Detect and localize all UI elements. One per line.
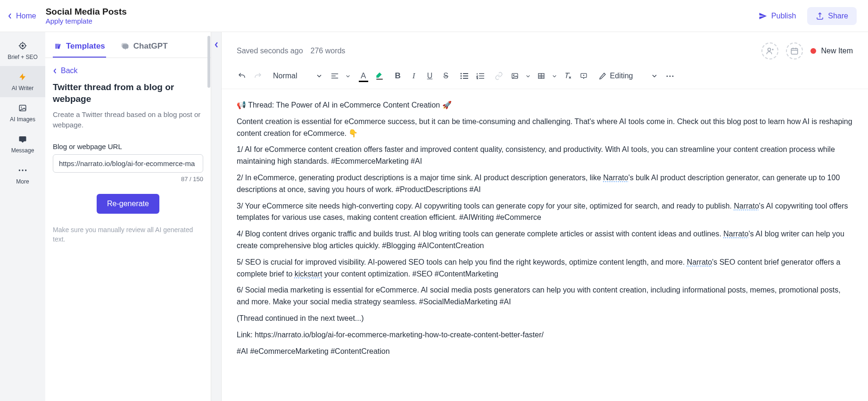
redo-button[interactable] xyxy=(251,69,265,83)
calendar-icon xyxy=(790,47,799,55)
content-paragraph: 📢 Thread: The Power of AI in eCommerce C… xyxy=(237,100,853,111)
add-collaborator-button[interactable] xyxy=(761,42,778,59)
tab-templates[interactable]: Templates xyxy=(53,38,106,58)
align-button[interactable] xyxy=(328,69,342,83)
svg-point-18 xyxy=(672,75,674,77)
home-link[interactable]: Home xyxy=(8,12,36,20)
table-icon xyxy=(537,72,546,80)
svg-point-4 xyxy=(19,169,20,171)
page-title: Social Media Posts xyxy=(46,7,744,17)
char-count: 87 / 150 xyxy=(53,175,203,183)
header-actions: Publish Share xyxy=(753,7,857,25)
undo-icon xyxy=(238,72,246,80)
underline-icon: U xyxy=(427,72,433,80)
clear-format-button[interactable] xyxy=(561,69,575,83)
content-paragraph: Content creation is essential for eComme… xyxy=(237,116,853,140)
status-dot-icon xyxy=(810,48,816,54)
chevron-left-icon xyxy=(214,42,219,48)
svg-point-16 xyxy=(667,75,668,77)
svg-point-17 xyxy=(670,75,671,77)
table-dropdown[interactable] xyxy=(550,69,559,83)
content-paragraph: (Thread continued in the next tweet...) xyxy=(237,313,853,325)
align-dropdown[interactable] xyxy=(344,69,352,83)
svg-point-1 xyxy=(22,45,23,46)
nav-ai-writer[interactable]: AI Writer xyxy=(0,66,45,97)
image-insert-button[interactable] xyxy=(508,69,522,83)
strikethrough-button[interactable]: S xyxy=(439,69,453,83)
dots-icon xyxy=(666,75,674,77)
number-list-button[interactable] xyxy=(473,69,488,83)
comment-button[interactable] xyxy=(577,69,591,83)
chevron-left-icon xyxy=(8,13,12,19)
content-paragraph: 3/ Your eCommerce site needs high-conver… xyxy=(237,200,853,224)
message-icon xyxy=(17,134,28,144)
url-input[interactable] xyxy=(53,154,203,173)
style-selector[interactable]: Normal xyxy=(269,70,326,82)
home-label: Home xyxy=(16,12,36,20)
chevron-down-icon xyxy=(652,74,657,78)
svg-point-3 xyxy=(21,107,22,108)
target-icon xyxy=(17,41,28,51)
editor-toolbar: Normal A B I xyxy=(222,65,868,89)
scrollbar[interactable] xyxy=(207,36,210,88)
publish-button[interactable]: Publish xyxy=(753,9,801,23)
bolt-icon xyxy=(17,72,28,82)
share-button[interactable]: Share xyxy=(807,7,857,25)
status-selector[interactable]: New Item xyxy=(810,47,853,55)
strikethrough-icon: S xyxy=(443,72,448,80)
content-paragraph: 5/ SEO is crucial for improved visibilit… xyxy=(237,257,853,280)
back-link[interactable]: Back xyxy=(53,67,203,75)
text-color-button[interactable]: A xyxy=(356,69,371,83)
clear-format-icon xyxy=(563,72,572,80)
chevron-down-icon xyxy=(526,75,530,78)
dots-icon xyxy=(17,165,28,175)
highlight-button[interactable] xyxy=(372,69,387,83)
template-panel: Templates ChatGPT Back Twitter thread fr… xyxy=(45,32,211,401)
svg-point-9 xyxy=(460,73,462,75)
nav-more[interactable]: More xyxy=(0,159,45,191)
bullet-list-button[interactable] xyxy=(457,69,471,83)
bold-button[interactable]: B xyxy=(391,69,405,83)
redo-icon xyxy=(254,72,262,80)
bold-icon: B xyxy=(395,71,400,81)
undo-button[interactable] xyxy=(235,69,249,83)
comment-icon xyxy=(579,72,588,80)
underline-button[interactable]: U xyxy=(423,69,437,83)
chevron-left-icon xyxy=(53,68,57,74)
mode-selector[interactable]: Editing xyxy=(595,70,661,82)
image-icon xyxy=(17,103,28,113)
nav-ai-images[interactable]: AI Images xyxy=(0,97,45,128)
nav-message[interactable]: Message xyxy=(0,128,45,159)
calendar-button[interactable] xyxy=(786,42,803,59)
bullet-list-icon xyxy=(460,73,469,79)
image-dropdown[interactable] xyxy=(524,69,532,83)
link-button[interactable] xyxy=(492,69,506,83)
upload-icon xyxy=(816,12,824,20)
text-color-icon: A xyxy=(361,71,366,81)
chevron-down-icon xyxy=(552,75,557,78)
apply-template-link[interactable]: Apply template xyxy=(46,17,744,25)
disclaimer-text: Make sure you manually review all AI gen… xyxy=(53,225,203,244)
template-description: Create a Twitter thread based on a blog … xyxy=(53,109,203,130)
chat-icon xyxy=(120,42,130,50)
link-icon xyxy=(495,72,503,80)
italic-button[interactable]: I xyxy=(407,69,421,83)
content-paragraph: Link: https://narrato.io/blog/ai-for-eco… xyxy=(237,329,853,341)
title-block: Social Media Posts Apply template xyxy=(46,7,744,25)
editor-area: Saved seconds ago 276 words New Item xyxy=(222,32,868,401)
content-paragraph: 4/ Blog content drives organic traffic a… xyxy=(237,228,853,252)
tab-chatgpt[interactable]: ChatGPT xyxy=(119,38,169,58)
image-icon xyxy=(511,72,519,80)
panel-tabs: Templates ChatGPT xyxy=(45,32,211,58)
nav-brief-seo[interactable]: Brief + SEO xyxy=(0,35,45,66)
more-toolbar-button[interactable] xyxy=(663,69,677,83)
svg-point-10 xyxy=(460,75,462,77)
svg-point-7 xyxy=(768,48,771,51)
svg-rect-8 xyxy=(792,49,798,54)
editor-content[interactable]: 📢 Thread: The Power of AI in eCommerce C… xyxy=(222,89,868,372)
regenerate-button[interactable]: Re-generate xyxy=(97,194,159,214)
content-paragraph: 1/ AI for eCommerce content creation off… xyxy=(237,144,853,167)
collapse-panel-button[interactable] xyxy=(211,32,222,401)
table-button[interactable] xyxy=(534,69,548,83)
nav-rail: Brief + SEO AI Writer AI Images Message xyxy=(0,32,45,401)
